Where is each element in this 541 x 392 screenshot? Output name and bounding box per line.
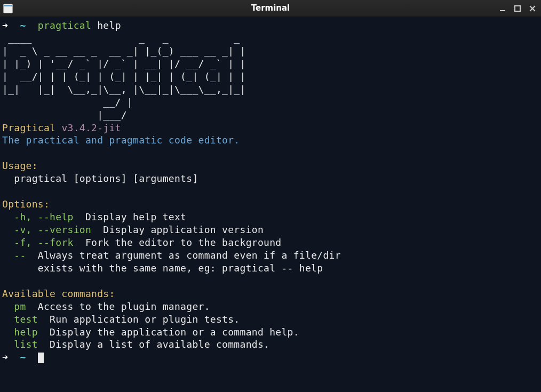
terminal-output[interactable]: ➜ ~ pragtical help ____ _ _ _ | _ \ _ __… xyxy=(0,17,541,366)
command-name: pragtical xyxy=(38,20,91,31)
prompt-cwd: ~ xyxy=(20,351,26,363)
command-arg: help xyxy=(97,20,121,31)
cursor xyxy=(38,353,44,363)
close-button[interactable] xyxy=(527,3,538,14)
commands-header: Available commands: xyxy=(2,288,115,299)
command-key: list xyxy=(14,339,38,350)
prompt-arrow: ➜ xyxy=(2,351,8,363)
command-desc: Access to the plugin manager. xyxy=(26,301,210,312)
command-key: pm xyxy=(14,301,26,312)
usage-line: pragtical [options] [arguments] xyxy=(2,173,198,184)
option-flag: -h, --help xyxy=(14,211,73,222)
ascii-logo: ____ _ _ _ | _ \ _ __ __ _ __ _| |_(_) _… xyxy=(2,33,246,121)
command-key: help xyxy=(14,326,38,338)
prompt-cwd: ~ xyxy=(20,20,26,31)
command-desc: Run application or plugin tests. xyxy=(38,314,240,325)
minimize-button[interactable] xyxy=(497,3,508,14)
command-desc: Display the application or a command hel… xyxy=(38,326,299,338)
svg-rect-1 xyxy=(515,6,520,11)
maximize-button[interactable] xyxy=(512,3,523,14)
options-header: Options: xyxy=(2,198,50,210)
option-desc-continuation: exists with the same name, eg: pragtical… xyxy=(2,262,323,274)
option-desc: Display application version xyxy=(91,224,264,235)
titlebar: Terminal xyxy=(0,0,541,17)
app-icon xyxy=(3,4,13,13)
usage-header: Usage: xyxy=(2,160,38,171)
app-name: Pragtical xyxy=(2,122,55,133)
option-flag: -v, --version xyxy=(14,224,91,235)
command-key: test xyxy=(14,314,38,325)
option-desc: Display help text xyxy=(74,211,187,222)
command-desc: Display a list of available commands. xyxy=(38,339,269,350)
option-flag: -f, --fork xyxy=(14,237,73,248)
app-tagline: The practical and pragmatic code editor. xyxy=(2,134,240,146)
option-flag: -- xyxy=(14,250,26,261)
prompt-arrow: ➜ xyxy=(2,20,8,31)
option-desc: Always treat argument as command even if… xyxy=(26,250,341,261)
app-version: v3.4.2-jit xyxy=(61,122,121,133)
window-title: Terminal xyxy=(251,3,290,14)
window-controls xyxy=(497,3,538,14)
option-desc: Fork the editor to the background xyxy=(74,237,282,248)
